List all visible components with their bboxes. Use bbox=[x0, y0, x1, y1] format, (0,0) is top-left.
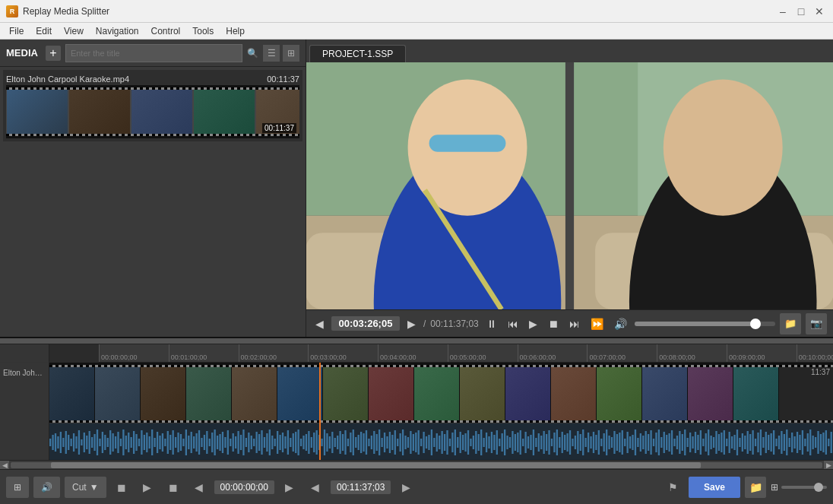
track-duration-badge: 11:37 bbox=[811, 368, 830, 376]
svg-rect-240 bbox=[635, 430, 636, 455]
next-frame-button[interactable]: ⏭ bbox=[566, 316, 583, 331]
svg-rect-246 bbox=[650, 430, 651, 455]
bookmark-button[interactable]: ⚑ bbox=[663, 477, 684, 498]
media-item[interactable]: Elton John Carpool Karaoke.mp4 00:11:37 … bbox=[3, 70, 302, 141]
svg-rect-124 bbox=[331, 432, 333, 453]
menu-item-control[interactable]: Control bbox=[145, 24, 187, 38]
search-icon[interactable]: 🔍 bbox=[247, 48, 258, 59]
svg-rect-208 bbox=[551, 439, 553, 446]
menu-item-edit[interactable]: Edit bbox=[30, 24, 58, 38]
grid-view-button[interactable]: ⊞ bbox=[283, 45, 299, 62]
menu-item-file[interactable]: File bbox=[3, 24, 30, 38]
svg-rect-51 bbox=[141, 430, 142, 455]
svg-rect-98 bbox=[264, 437, 265, 448]
svg-rect-102 bbox=[274, 439, 276, 446]
mark-out-button[interactable]: ◼ bbox=[163, 477, 184, 498]
svg-rect-134 bbox=[358, 435, 359, 450]
media-item-duration: 00:11:37 bbox=[267, 74, 299, 84]
volume-button[interactable]: 🔊 bbox=[611, 316, 630, 331]
output-folder-button[interactable]: 📁 bbox=[745, 477, 766, 498]
svg-rect-169 bbox=[449, 439, 451, 446]
svg-rect-220 bbox=[582, 430, 584, 455]
svg-rect-161 bbox=[428, 435, 429, 450]
scroll-thumb[interactable] bbox=[0, 338, 833, 344]
video-display bbox=[306, 62, 833, 309]
svg-rect-175 bbox=[464, 433, 466, 452]
frame-12 bbox=[551, 365, 597, 423]
svg-rect-271 bbox=[715, 431, 717, 454]
svg-rect-268 bbox=[708, 430, 709, 455]
svg-rect-224 bbox=[593, 432, 594, 453]
scroll-track[interactable] bbox=[11, 462, 822, 468]
svg-rect-192 bbox=[509, 437, 511, 448]
svg-rect-280 bbox=[739, 438, 740, 447]
search-input[interactable] bbox=[65, 44, 242, 62]
svg-rect-157 bbox=[418, 430, 420, 455]
pause-button[interactable]: ⏸ bbox=[483, 316, 500, 331]
svg-rect-13 bbox=[565, 62, 574, 309]
svg-rect-16 bbox=[49, 439, 51, 446]
close-button[interactable]: ✕ bbox=[812, 4, 827, 19]
svg-rect-47 bbox=[131, 437, 132, 448]
folder-open-button[interactable]: 📁 bbox=[780, 313, 801, 334]
progress-thumb[interactable] bbox=[750, 319, 761, 329]
menu-item-help[interactable]: Help bbox=[220, 24, 251, 38]
mark-in-button[interactable]: ◼ bbox=[111, 477, 132, 498]
maximize-button[interactable]: □ bbox=[793, 4, 809, 19]
svg-rect-116 bbox=[311, 437, 312, 448]
svg-rect-219 bbox=[580, 434, 581, 451]
next-button[interactable]: ▶ bbox=[404, 316, 419, 331]
ruler-tick-3: 00:03:00;00 bbox=[308, 344, 347, 363]
scroll-left-button[interactable]: ◀ bbox=[0, 461, 9, 470]
frame-13 bbox=[597, 365, 642, 423]
prev-frame-button[interactable]: ⏮ bbox=[505, 316, 521, 331]
svg-rect-276 bbox=[729, 432, 730, 453]
prev-button[interactable]: ◀ bbox=[312, 316, 327, 331]
playhead[interactable] bbox=[319, 363, 321, 460]
slow-forward-button[interactable]: ⏩ bbox=[588, 316, 607, 331]
ruler-ticks: 00:00:00;0000:01:00;0000:02:00;0000:03:0… bbox=[99, 344, 833, 363]
svg-rect-284 bbox=[749, 434, 751, 451]
zoom-slider[interactable] bbox=[781, 486, 827, 489]
svg-rect-226 bbox=[598, 430, 600, 455]
svg-rect-185 bbox=[491, 432, 493, 453]
list-view-button[interactable]: ☰ bbox=[263, 45, 280, 62]
stop-button[interactable]: ⏹ bbox=[545, 316, 562, 331]
menu-item-view[interactable]: View bbox=[58, 24, 90, 38]
svg-rect-95 bbox=[255, 432, 257, 453]
play-button[interactable]: ▶ bbox=[526, 316, 540, 331]
audio-button[interactable]: 🔊 bbox=[33, 477, 60, 498]
snapshot-button[interactable]: 📷 bbox=[806, 313, 827, 334]
play-from-in-button[interactable]: ▶ bbox=[137, 477, 158, 498]
timeline-bottom-scrollbar[interactable]: ◀ ▶ bbox=[0, 460, 833, 469]
menu-item-navigation[interactable]: Navigation bbox=[90, 24, 145, 38]
svg-rect-60 bbox=[164, 439, 166, 446]
svg-rect-173 bbox=[460, 432, 461, 453]
zoom-thumb[interactable] bbox=[814, 483, 823, 492]
timeline-top-scrollbar[interactable] bbox=[0, 338, 833, 344]
svg-rect-171 bbox=[455, 430, 456, 455]
progress-bar[interactable] bbox=[635, 322, 775, 326]
svg-rect-229 bbox=[606, 430, 607, 455]
project-tab[interactable]: PROJECT-1.SSP bbox=[309, 45, 406, 62]
svg-rect-74 bbox=[201, 438, 202, 447]
svg-rect-294 bbox=[775, 439, 777, 446]
svg-rect-59 bbox=[162, 433, 163, 452]
save-button[interactable]: Save bbox=[689, 477, 740, 498]
add-to-list-button[interactable]: ⊞ bbox=[6, 477, 29, 498]
minimize-button[interactable]: – bbox=[775, 4, 790, 19]
svg-rect-177 bbox=[470, 439, 471, 446]
svg-rect-245 bbox=[648, 434, 649, 451]
out-next-button[interactable]: ▶ bbox=[395, 477, 416, 498]
svg-rect-165 bbox=[439, 436, 440, 449]
add-media-button[interactable]: + bbox=[46, 46, 61, 61]
menu-item-tools[interactable]: Tools bbox=[186, 24, 220, 38]
in-next-button[interactable]: ▶ bbox=[279, 477, 300, 498]
svg-rect-43 bbox=[120, 439, 122, 446]
out-prev-button[interactable]: ◀ bbox=[305, 477, 326, 498]
in-prev-button[interactable]: ◀ bbox=[188, 477, 210, 498]
cut-button[interactable]: Cut ▼ bbox=[65, 477, 106, 498]
video-controls: ◀ 00:03:26;05 ▶ / 00:11:37;03 ⏸ ⏮ ▶ ⏹ ⏭ … bbox=[306, 309, 833, 337]
scroll-right-button[interactable]: ▶ bbox=[824, 461, 833, 470]
svg-rect-28 bbox=[81, 439, 82, 445]
